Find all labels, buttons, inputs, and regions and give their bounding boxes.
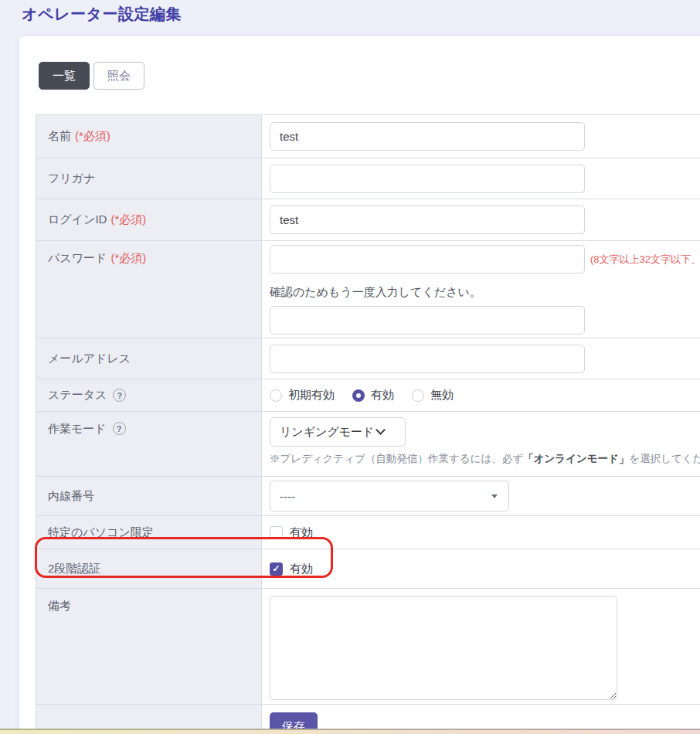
pc-limit-checkbox-label: 有効 (290, 525, 313, 540)
form-row-email: メールアドレス (36, 338, 700, 379)
login-id-label-text: ログインID (48, 212, 107, 227)
password-input[interactable] (270, 245, 585, 274)
pc-limit-label: 特定のパソコン限定 (36, 516, 262, 549)
two-factor-checkbox-option[interactable]: ✓ 有効 (270, 562, 313, 576)
login-id-required-mark: (*必須) (110, 212, 146, 227)
name-required-mark: (*必須) (75, 129, 110, 144)
status-help-icon[interactable]: ? (113, 389, 126, 402)
work-mode-selected-value: リンギングモード (280, 425, 374, 440)
email-label-text: メールアドレス (48, 352, 131, 366)
form-row-login-id: ログインID (*必須) (36, 199, 700, 241)
password-label: パスワード (*必須) (36, 241, 262, 338)
work-mode-note-pre: ※プレディクティブ（自動発信）作業するには、必ず (270, 453, 523, 464)
status-option-initial-label: 初期有効 (288, 388, 335, 403)
tab-inquiry[interactable]: 照会 (93, 62, 144, 90)
login-id-input[interactable] (270, 206, 585, 234)
email-input[interactable] (270, 345, 585, 373)
status-option-disabled[interactable]: 無効 (412, 388, 454, 403)
bottom-gradient-strip (0, 729, 700, 734)
work-mode-note-bold: 「オンラインモード」 (523, 453, 629, 464)
status-radio-group: 初期有効 有効 無効 (270, 388, 454, 403)
two-factor-checkbox-label: 有効 (290, 562, 313, 576)
status-option-disabled-label: 無効 (430, 388, 454, 403)
name-label-text: 名前 (48, 129, 71, 144)
work-mode-label: 作業モード ? (36, 412, 262, 476)
form-row-password: パスワード (*必須) (8文字以上32文字以下、英 確認のためもう一度入力して… (36, 241, 700, 338)
radio-selected-icon[interactable] (352, 389, 365, 402)
work-mode-label-text: 作業モード (48, 422, 107, 437)
remarks-textarea[interactable] (270, 596, 617, 700)
password-hint: (8文字以上32文字以下、英 (590, 253, 700, 267)
extension-label-text: 内線番号 (48, 489, 94, 504)
form-row-remarks: 備考 (36, 589, 700, 705)
form-row-pc-limit: 特定のパソコン限定 有効 (36, 516, 700, 549)
furigana-label: フリガナ (36, 158, 262, 199)
extension-label: 内線番号 (36, 477, 262, 515)
furigana-input[interactable] (270, 165, 585, 193)
form-row-name: 名前 (*必須) (36, 115, 700, 158)
extension-selected-value: ---- (280, 490, 295, 503)
form-row-extension: 内線番号 ---- (36, 477, 700, 516)
pc-limit-checkbox-option[interactable]: 有効 (270, 525, 313, 540)
status-option-enabled-label: 有効 (371, 388, 394, 403)
form-row-two-factor: 2段階認証 ✓ 有効 (36, 549, 700, 589)
status-label: ステータス ? (36, 379, 262, 411)
password-label-text: パスワード (48, 251, 107, 266)
caret-down-icon (491, 494, 498, 498)
page-title: オペレーター設定編集 (22, 4, 182, 25)
password-confirm-text: 確認のためもう一度入力してください。 (270, 285, 700, 300)
work-mode-note-post: を選択してください (629, 453, 700, 464)
checkbox-unchecked-icon[interactable] (270, 526, 283, 539)
password-confirm-input[interactable] (270, 306, 585, 335)
two-factor-label: 2段階認証 (36, 549, 262, 588)
furigana-label-text: フリガナ (48, 172, 95, 186)
two-factor-label-text: 2段階認証 (48, 562, 100, 576)
checkbox-checked-icon[interactable]: ✓ (270, 562, 283, 576)
work-mode-note: ※プレディクティブ（自動発信）作業するには、必ず「オンラインモード」を選択してく… (270, 452, 700, 466)
form-row-furigana: フリガナ (36, 158, 700, 199)
work-mode-select[interactable]: リンギングモード (270, 417, 406, 447)
radio-icon[interactable] (412, 389, 424, 402)
operator-settings-form: 名前 (*必須) フリガナ ログインID (*必須) (36, 114, 700, 734)
remarks-label: 備考 (36, 589, 262, 704)
status-option-enabled[interactable]: 有効 (352, 388, 394, 403)
form-row-status: ステータス ? 初期有効 有効 無効 (36, 379, 700, 412)
name-label: 名前 (*必須) (36, 115, 262, 158)
login-id-label: ログインID (*必須) (36, 199, 262, 240)
content-card: 一覧 照会 名前 (*必須) フリガナ ログインID (*必須) (19, 36, 700, 734)
form-row-work-mode: 作業モード ? リンギングモード ※プレディクティブ（自動発信）作業するには、必… (36, 412, 700, 477)
chevron-down-icon (376, 425, 386, 435)
email-label: メールアドレス (36, 338, 262, 379)
status-option-initial[interactable]: 初期有効 (270, 388, 335, 403)
pc-limit-label-text: 特定のパソコン限定 (48, 525, 154, 540)
tab-list[interactable]: 一覧 (39, 62, 90, 90)
name-input[interactable] (270, 122, 585, 151)
remarks-label-text: 備考 (48, 599, 71, 613)
password-required-mark: (*必須) (110, 251, 146, 266)
radio-icon[interactable] (270, 389, 282, 402)
status-label-text: ステータス (48, 388, 107, 403)
work-mode-help-icon[interactable]: ? (113, 422, 126, 435)
extension-select[interactable]: ---- (270, 481, 509, 511)
tab-bar: 一覧 照会 (39, 62, 700, 90)
